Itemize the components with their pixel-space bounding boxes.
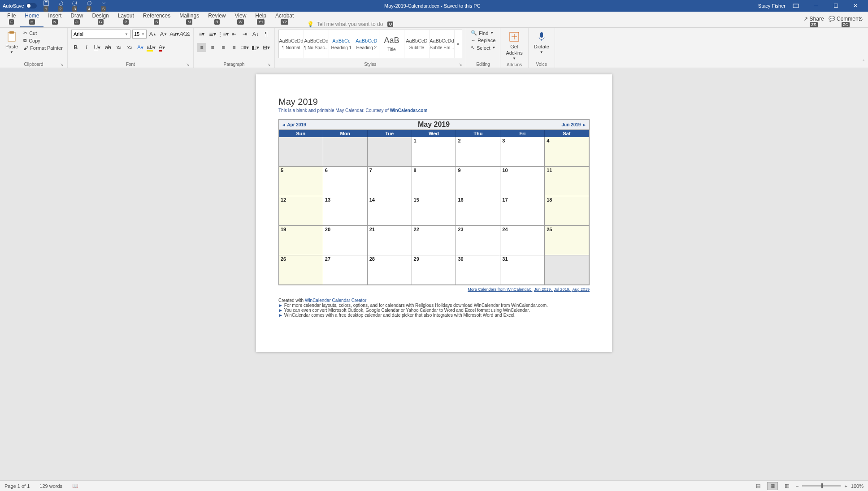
clear-format-button[interactable]: A⌫ bbox=[181, 30, 190, 39]
calendar-cell[interactable]: 1 bbox=[412, 137, 456, 167]
font-size-combo[interactable]: 15▼ bbox=[132, 30, 147, 39]
highlight-button[interactable]: ab▾ bbox=[147, 43, 156, 52]
find-button[interactable]: 🔍Find ▼ bbox=[470, 30, 497, 36]
zoom-level[interactable]: 100% bbox=[851, 483, 864, 489]
more-link[interactable]: Jul 2019 bbox=[554, 287, 569, 292]
multilevel-button[interactable]: ⋮≡▾ bbox=[219, 30, 228, 39]
more-link[interactable]: Jun 2019 bbox=[534, 287, 551, 292]
calendar-cell[interactable]: 29 bbox=[412, 255, 456, 285]
tab-acrobat[interactable]: AcrobatY2 bbox=[271, 10, 298, 27]
tab-home[interactable]: HomeH bbox=[20, 10, 43, 27]
borders-button[interactable]: ⊞▾ bbox=[262, 43, 271, 52]
subscript-button[interactable]: x2 bbox=[114, 43, 123, 52]
cut-button[interactable]: ✂Cut bbox=[22, 30, 64, 36]
styles-more-button[interactable]: ▾ bbox=[455, 30, 462, 58]
zoom-slider[interactable] bbox=[802, 485, 841, 487]
calendar-cell[interactable]: 26 bbox=[279, 255, 323, 285]
calendar-cell[interactable]: 3 bbox=[500, 137, 545, 167]
underline-button[interactable]: U▾ bbox=[93, 43, 102, 52]
styles-launcher[interactable]: ↘ bbox=[459, 62, 462, 67]
paste-button[interactable]: Paste ▼ bbox=[4, 30, 20, 55]
font-color-button[interactable]: A▾ bbox=[157, 43, 166, 52]
style-title[interactable]: AaBTitle bbox=[379, 30, 404, 58]
zoom-in-button[interactable]: + bbox=[844, 483, 847, 489]
calendar-cell[interactable]: 27 bbox=[323, 255, 368, 285]
calendar-cell[interactable]: 6 bbox=[323, 167, 368, 196]
prev-month-link[interactable]: ◄ Apr 2019 bbox=[279, 121, 309, 128]
align-left-button[interactable]: ≡ bbox=[197, 43, 206, 52]
calendar-cell[interactable]: 8 bbox=[412, 167, 456, 196]
user-name[interactable]: Stacy Fisher bbox=[758, 3, 786, 9]
tab-design[interactable]: DesignG bbox=[87, 10, 113, 27]
decrease-indent-button[interactable]: ⇤ bbox=[230, 30, 239, 39]
tab-insert[interactable]: InsertN bbox=[43, 10, 66, 27]
calendar-cell[interactable]: 18 bbox=[545, 196, 589, 226]
document-area[interactable]: May 2019 This is a blank and printable M… bbox=[0, 68, 868, 480]
page-indicator[interactable]: Page 1 of 1 bbox=[4, 483, 30, 489]
style-subtle-em-[interactable]: AaBbCcDdSubtle Em... bbox=[430, 30, 455, 58]
strikethrough-button[interactable]: ab bbox=[104, 43, 113, 52]
increase-indent-button[interactable]: ⇥ bbox=[240, 30, 249, 39]
paragraph-launcher[interactable]: ↘ bbox=[267, 62, 271, 67]
line-spacing-button[interactable]: ↕≡▾ bbox=[240, 43, 249, 52]
superscript-button[interactable]: x2 bbox=[125, 43, 134, 52]
copy-button[interactable]: ⧉Copy bbox=[22, 37, 64, 44]
creator-link[interactable]: WinCalendar Calendar Creator bbox=[305, 298, 366, 303]
calendar-cell[interactable]: 15 bbox=[412, 196, 456, 226]
web-layout-button[interactable]: ▥ bbox=[781, 482, 792, 490]
style-heading-1[interactable]: AaBbCcHeading 1 bbox=[329, 30, 354, 58]
select-button[interactable]: ↖Select▼ bbox=[470, 44, 497, 51]
calendar-cell[interactable]: 17 bbox=[500, 196, 545, 226]
style-subtitle[interactable]: AaBbCcDSubtitle bbox=[404, 30, 430, 58]
style--normal[interactable]: AaBbCcDd¶ Normal bbox=[279, 30, 304, 58]
comments-button[interactable]: 💬 Comments ZC bbox=[829, 16, 863, 27]
calendar-cell[interactable]: 13 bbox=[323, 196, 368, 226]
more-link[interactable]: Aug 2019 bbox=[572, 287, 590, 292]
calendar-cell[interactable]: 10 bbox=[500, 167, 545, 196]
calendar-cell[interactable]: 4 bbox=[545, 137, 589, 167]
sort-button[interactable]: A↓ bbox=[251, 30, 260, 39]
calendar-cell[interactable]: 11 bbox=[545, 167, 589, 196]
tab-help[interactable]: HelpY1 bbox=[251, 10, 271, 27]
calendar-cell[interactable]: 23 bbox=[456, 226, 500, 255]
tab-review[interactable]: ReviewR bbox=[204, 10, 230, 27]
print-layout-button[interactable]: ▦ bbox=[767, 482, 778, 490]
calendar-cell[interactable]: 7 bbox=[368, 167, 412, 196]
ribbon-display-icon[interactable] bbox=[793, 3, 799, 9]
next-month-link[interactable]: Jun 2019 ► bbox=[559, 121, 589, 128]
calendar-cell[interactable]: 30 bbox=[456, 255, 500, 285]
tab-view[interactable]: ViewW bbox=[230, 10, 251, 27]
change-case-button[interactable]: Aa▾ bbox=[170, 30, 179, 39]
align-right-button[interactable]: ≡ bbox=[219, 43, 228, 52]
font-launcher[interactable]: ↘ bbox=[186, 62, 190, 67]
calendar-cell[interactable] bbox=[545, 255, 589, 285]
text-effects-button[interactable]: A▾ bbox=[136, 43, 145, 52]
numbering-button[interactable]: ≣▾ bbox=[208, 30, 217, 39]
show-marks-button[interactable]: ¶ bbox=[262, 30, 271, 39]
autosave-toggle[interactable] bbox=[26, 3, 37, 9]
calendar-cell[interactable]: 28 bbox=[368, 255, 412, 285]
calendar-cell[interactable]: 20 bbox=[323, 226, 368, 255]
collapse-ribbon-button[interactable]: ˆ bbox=[863, 59, 864, 65]
tab-layout[interactable]: LayoutP bbox=[113, 10, 139, 27]
align-center-button[interactable]: ≡ bbox=[208, 43, 217, 52]
close-button[interactable]: ✕ bbox=[846, 0, 865, 12]
italic-button[interactable]: I bbox=[82, 43, 91, 52]
wincalendar-link[interactable]: WinCalendar.com bbox=[390, 108, 427, 113]
calendar-cell[interactable]: 9 bbox=[456, 167, 500, 196]
read-mode-button[interactable]: ▤ bbox=[753, 482, 764, 490]
calendar-cell[interactable]: 14 bbox=[368, 196, 412, 226]
tab-file[interactable]: FileF bbox=[3, 10, 20, 27]
tab-mailings[interactable]: MailingsM bbox=[175, 10, 204, 27]
clipboard-launcher[interactable]: ↘ bbox=[60, 62, 64, 67]
calendar-cell[interactable]: 24 bbox=[500, 226, 545, 255]
zoom-out-button[interactable]: − bbox=[796, 483, 799, 489]
justify-button[interactable]: ≡ bbox=[230, 43, 239, 52]
autosave-control[interactable]: AutoSave bbox=[3, 3, 37, 9]
calendar-cell[interactable]: 2 bbox=[456, 137, 500, 167]
calendar-cell[interactable]: 5 bbox=[279, 167, 323, 196]
format-painter-button[interactable]: 🖌Format Painter bbox=[22, 45, 64, 51]
get-addins-button[interactable]: Get Add-ins▼ bbox=[504, 30, 524, 61]
calendar-cell[interactable]: 19 bbox=[279, 226, 323, 255]
calendar-cell[interactable] bbox=[368, 137, 412, 167]
